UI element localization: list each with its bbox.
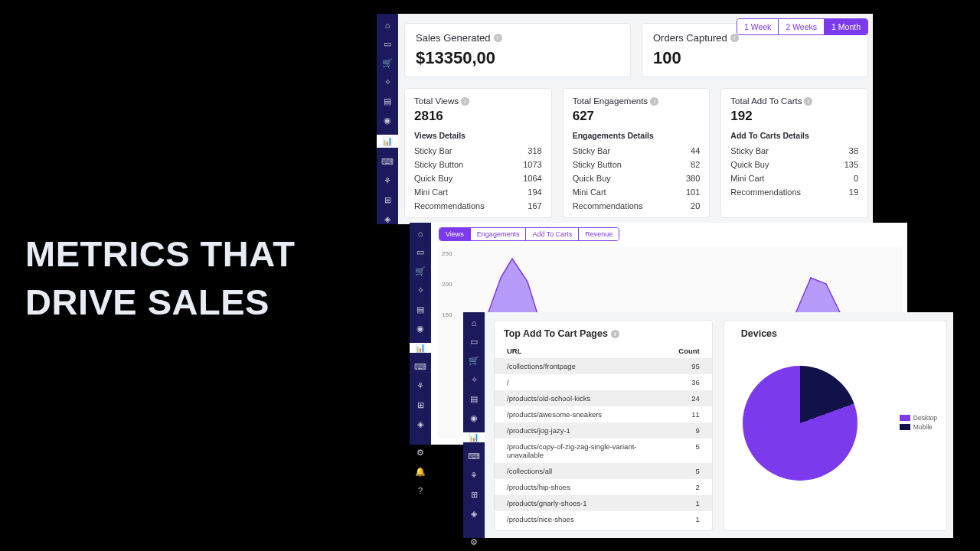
grid-icon[interactable]: ⊞ bbox=[469, 490, 479, 500]
table-row: /products/awesome-sneakers11 bbox=[495, 406, 712, 422]
tag-icon[interactable]: ◈ bbox=[382, 214, 393, 224]
tab-views[interactable]: Views bbox=[439, 228, 471, 240]
tag-icon[interactable]: ◈ bbox=[469, 509, 479, 519]
carts-value: 192 bbox=[730, 109, 858, 124]
table-row: /products/old-school-kicks24 bbox=[495, 390, 712, 406]
settings-icon[interactable]: ⚙ bbox=[415, 448, 426, 458]
carts-subtitle: Add To Carts Details bbox=[730, 131, 858, 140]
sneaker-icon[interactable]: ✧ bbox=[382, 77, 393, 87]
users-icon[interactable]: ⚘ bbox=[469, 471, 479, 481]
pie-legend: Desktop Mobile bbox=[900, 414, 937, 432]
detail-row: Quick Buy1064 bbox=[414, 171, 542, 185]
table-row: /36 bbox=[495, 374, 712, 390]
sales-card: Sales Generatedi $13350,00 bbox=[404, 23, 631, 77]
detail-row: Quick Buy380 bbox=[573, 171, 701, 185]
store-icon[interactable]: ▭ bbox=[382, 39, 393, 49]
table-row: /products/gnarly-shoes-11 bbox=[495, 495, 712, 511]
sneaker-icon[interactable]: ✧ bbox=[415, 285, 426, 295]
chart-tabs: Views Engagements Add To Carts Revenue bbox=[439, 227, 619, 241]
analytics-icon[interactable]: 📊 bbox=[410, 343, 431, 353]
globe-icon[interactable]: ◉ bbox=[382, 116, 393, 126]
settings-icon[interactable]: ⚙ bbox=[469, 537, 479, 547]
home-icon[interactable]: ⌂ bbox=[415, 229, 426, 238]
card-icon[interactable]: ▤ bbox=[415, 305, 426, 315]
table-row: /products/hip-shoes2 bbox=[495, 479, 712, 495]
legend-swatch-desktop bbox=[900, 415, 910, 421]
sneaker-icon[interactable]: ✧ bbox=[469, 375, 479, 385]
monitor-icon[interactable]: ⌨ bbox=[415, 362, 426, 372]
analytics-icon[interactable]: 📊 bbox=[463, 432, 485, 442]
sales-value: $13350,00 bbox=[416, 48, 619, 68]
info-icon[interactable]: i bbox=[494, 34, 502, 42]
detail-row: Mini Cart101 bbox=[573, 185, 701, 199]
sales-label: Sales Generated bbox=[416, 32, 491, 44]
pages-devices-panel: ⌂ ▭ 🛒 ✧ ▤ ◉ 📊 ⌨ ⚘ ⊞ ◈ ⚙ 🔔 ? Top Add To C… bbox=[463, 312, 953, 538]
home-icon[interactable]: ⌂ bbox=[469, 318, 479, 328]
eng-label: Total Engagements bbox=[573, 96, 648, 106]
tag-icon[interactable]: ◈ bbox=[415, 419, 426, 429]
globe-icon[interactable]: ◉ bbox=[469, 413, 479, 423]
home-icon[interactable]: ⌂ bbox=[382, 20, 393, 30]
detail-row: Sticky Bar44 bbox=[573, 144, 701, 158]
hero-heading: METRICS THAT DRIVE SALES bbox=[25, 230, 362, 327]
views-subtitle: Views Details bbox=[414, 131, 542, 140]
detail-row: Sticky Bar38 bbox=[730, 144, 858, 158]
info-icon[interactable]: i bbox=[611, 330, 619, 338]
timerange-week[interactable]: 1 Week bbox=[737, 19, 779, 34]
grid-icon[interactable]: ⊞ bbox=[382, 195, 393, 205]
store-icon[interactable]: ▭ bbox=[415, 247, 426, 257]
legend-swatch-mobile bbox=[900, 424, 910, 430]
tab-revenue[interactable]: Revenue bbox=[579, 228, 619, 240]
bell-icon[interactable]: 🔔 bbox=[415, 467, 426, 477]
views-value: 2816 bbox=[414, 109, 542, 124]
metrics-panel: ⌂ ▭ 🛒 ✧ ▤ ◉ 📊 ⌨ ⚘ ⊞ ◈ 1 Week 2 Weeks 1 M… bbox=[377, 14, 873, 224]
eng-subtitle: Engagements Details bbox=[573, 131, 701, 140]
monitor-icon[interactable]: ⌨ bbox=[382, 157, 393, 167]
detail-row: Mini Cart194 bbox=[414, 185, 542, 199]
tab-addtocarts[interactable]: Add To Carts bbox=[526, 228, 579, 240]
sidebar-3: ⌂ ▭ 🛒 ✧ ▤ ◉ 📊 ⌨ ⚘ ⊞ ◈ ⚙ 🔔 ? bbox=[463, 312, 485, 538]
eng-value: 627 bbox=[573, 109, 701, 124]
grid-icon[interactable]: ⊞ bbox=[415, 400, 426, 410]
analytics-icon[interactable]: 📊 bbox=[377, 135, 398, 148]
ytick-250: 250 bbox=[442, 250, 452, 257]
col-count: Count bbox=[678, 347, 699, 355]
users-icon[interactable]: ⚘ bbox=[382, 176, 393, 186]
carts-label: Total Add To Carts bbox=[730, 96, 802, 106]
timerange-2weeks[interactable]: 2 Weeks bbox=[779, 19, 825, 34]
card-icon[interactable]: ▤ bbox=[382, 96, 393, 106]
tab-engagements[interactable]: Engagements bbox=[471, 228, 527, 240]
monitor-icon[interactable]: ⌨ bbox=[469, 452, 479, 461]
ytick-150: 150 bbox=[442, 311, 452, 318]
legend-desktop: Desktop bbox=[913, 414, 937, 422]
info-icon[interactable]: i bbox=[804, 97, 812, 106]
timerange-month[interactable]: 1 Month bbox=[825, 19, 867, 34]
orders-value: 100 bbox=[653, 48, 857, 68]
carts-card: Total Add To Cartsi 192 Add To Carts Det… bbox=[720, 88, 868, 218]
help-icon[interactable]: ? bbox=[415, 486, 426, 495]
table-row: /products/nice-shoes1 bbox=[495, 511, 712, 527]
users-icon[interactable]: ⚘ bbox=[415, 381, 426, 391]
info-icon[interactable]: i bbox=[650, 97, 658, 106]
legend-mobile: Mobile bbox=[913, 423, 933, 431]
detail-row: Quick Buy135 bbox=[730, 158, 858, 171]
sidebar-2: ⌂ ▭ 🛒 ✧ ▤ ◉ 📊 ⌨ ⚘ ⊞ ◈ ⚙ 🔔 ? bbox=[410, 223, 431, 445]
info-icon[interactable]: i bbox=[730, 34, 739, 42]
card-icon[interactable]: ▤ bbox=[469, 394, 479, 404]
cart-icon[interactable]: 🛒 bbox=[469, 356, 479, 366]
store-icon[interactable]: ▭ bbox=[469, 337, 479, 347]
table-row: /products/jog-jazy-19 bbox=[495, 422, 712, 439]
devices-card: Devices Desktop Mobile bbox=[724, 320, 947, 531]
devices-title: Devices bbox=[741, 328, 777, 339]
globe-icon[interactable]: ◉ bbox=[415, 324, 426, 334]
info-icon[interactable]: i bbox=[461, 97, 469, 106]
detail-row: Mini Cart0 bbox=[730, 171, 858, 185]
top-pages-card: Top Add To Cart Pagesi URL Count /collec… bbox=[494, 320, 713, 531]
detail-row: Sticky Button82 bbox=[573, 158, 701, 171]
detail-row: Recommendations19 bbox=[730, 185, 858, 199]
time-range-selector: 1 Week 2 Weeks 1 Month bbox=[737, 18, 868, 35]
cart-icon[interactable]: 🛒 bbox=[415, 266, 426, 276]
ytick-200: 200 bbox=[442, 281, 452, 288]
cart-icon[interactable]: 🛒 bbox=[382, 58, 393, 68]
detail-row: Sticky Bar318 bbox=[414, 144, 542, 158]
